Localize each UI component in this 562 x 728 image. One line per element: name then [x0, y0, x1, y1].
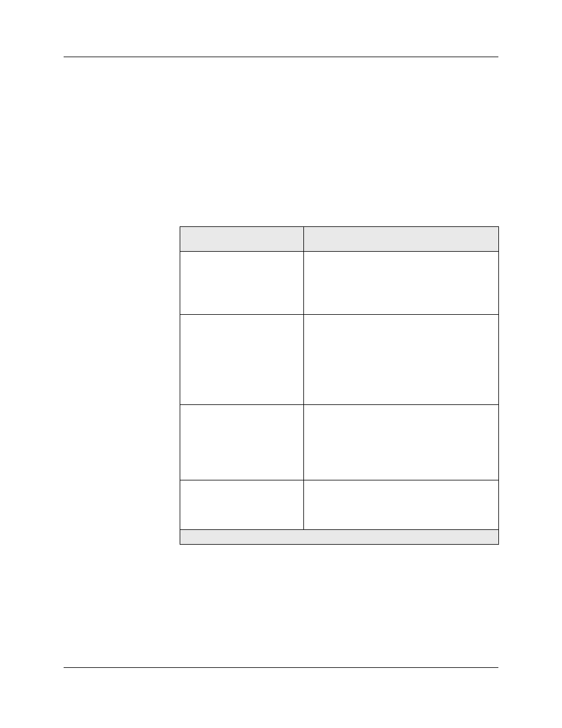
table-cell [303, 480, 498, 530]
table-cell [303, 405, 498, 480]
table-header-cell [180, 227, 304, 252]
table-cell [303, 252, 498, 315]
table-header-cell [303, 227, 498, 252]
table-header-row [180, 227, 499, 252]
table-row [180, 405, 499, 480]
footer-rule [64, 667, 498, 668]
table-cell [180, 315, 304, 405]
table-footer-cell [180, 530, 499, 545]
table-cell [180, 252, 304, 315]
header-rule [64, 57, 498, 57]
table-row [180, 480, 499, 530]
content-table [180, 226, 499, 545]
table-cell [180, 480, 304, 530]
table-footer-row [180, 530, 499, 545]
table-cell [303, 315, 498, 405]
table-row [180, 315, 499, 405]
table-row [180, 252, 499, 315]
table-cell [180, 405, 304, 480]
